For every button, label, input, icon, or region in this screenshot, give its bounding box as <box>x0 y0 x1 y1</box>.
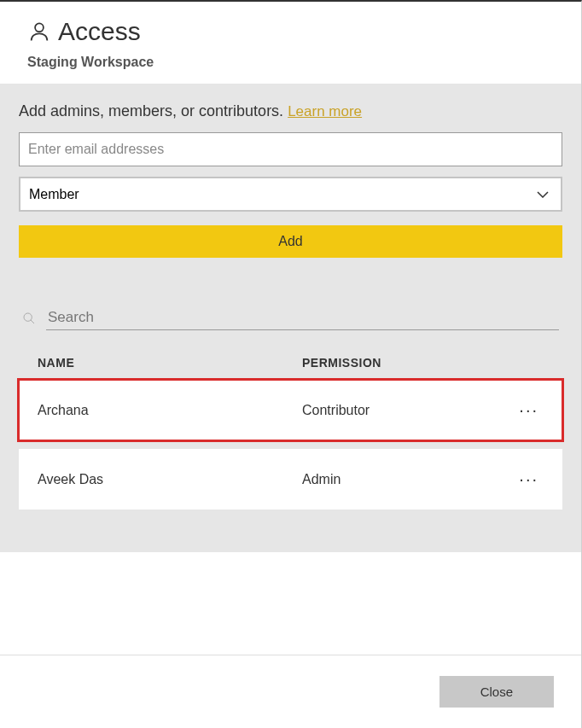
cell-name: Archana <box>38 403 302 418</box>
column-header-name: NAME <box>38 356 302 370</box>
panel-header: Access Staging Workspace <box>0 2 581 84</box>
table-body: ArchanaContributor···Aveek DasAdmin··· <box>19 380 562 510</box>
svg-line-2 <box>31 320 34 323</box>
cell-name: Aveek Das <box>38 472 302 487</box>
instruction-text: Add admins, members, or contributors. Le… <box>19 102 562 120</box>
table-row: ArchanaContributor··· <box>19 380 562 440</box>
email-input[interactable] <box>19 132 562 166</box>
search-row <box>19 306 562 335</box>
more-options-button[interactable]: ··· <box>514 469 544 489</box>
more-options-button[interactable]: ··· <box>514 400 544 420</box>
search-icon <box>22 312 36 325</box>
cell-permission: Admin <box>302 472 514 487</box>
user-icon <box>27 20 51 44</box>
table-row: Aveek DasAdmin··· <box>19 449 562 510</box>
panel-footer: Close <box>0 655 581 728</box>
role-select[interactable]: Member <box>19 177 562 212</box>
svg-point-1 <box>24 313 32 321</box>
column-header-permission: PERMISSION <box>302 356 544 370</box>
workspace-subtitle: Staging Workspace <box>27 55 554 70</box>
svg-point-0 <box>35 23 44 32</box>
instruction-label: Add admins, members, or contributors. <box>19 102 283 119</box>
close-button[interactable]: Close <box>439 676 554 708</box>
add-button[interactable]: Add <box>19 225 562 258</box>
access-panel: Add admins, members, or contributors. Le… <box>0 84 581 552</box>
cell-permission: Contributor <box>302 403 514 418</box>
table-header: NAME PERMISSION <box>19 335 562 380</box>
search-input[interactable] <box>46 306 559 330</box>
page-title: Access <box>58 17 141 46</box>
learn-more-link[interactable]: Learn more <box>288 103 362 119</box>
